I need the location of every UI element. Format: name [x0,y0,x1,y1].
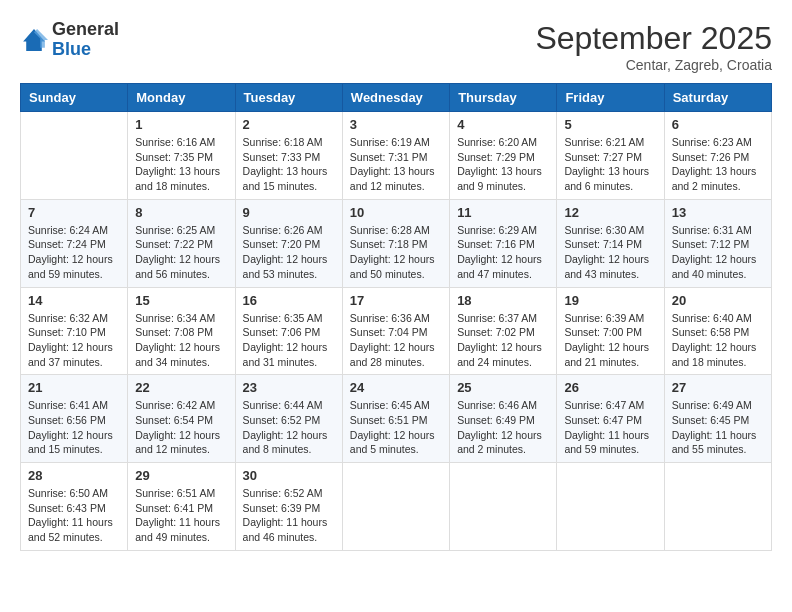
calendar-table: SundayMondayTuesdayWednesdayThursdayFrid… [20,83,772,551]
day-number: 4 [457,117,549,132]
day-number: 6 [672,117,764,132]
day-number: 24 [350,380,442,395]
day-number: 5 [564,117,656,132]
day-number: 23 [243,380,335,395]
calendar-cell: 1Sunrise: 6:16 AMSunset: 7:35 PMDaylight… [128,112,235,200]
calendar-day-header: Friday [557,84,664,112]
day-info: Sunrise: 6:25 AMSunset: 7:22 PMDaylight:… [135,223,227,282]
day-info: Sunrise: 6:49 AMSunset: 6:45 PMDaylight:… [672,398,764,457]
calendar-cell: 7Sunrise: 6:24 AMSunset: 7:24 PMDaylight… [21,199,128,287]
day-number: 16 [243,293,335,308]
calendar-cell: 27Sunrise: 6:49 AMSunset: 6:45 PMDayligh… [664,375,771,463]
day-number: 17 [350,293,442,308]
day-number: 10 [350,205,442,220]
day-number: 2 [243,117,335,132]
calendar-cell: 3Sunrise: 6:19 AMSunset: 7:31 PMDaylight… [342,112,449,200]
calendar-cell: 4Sunrise: 6:20 AMSunset: 7:29 PMDaylight… [450,112,557,200]
day-info: Sunrise: 6:44 AMSunset: 6:52 PMDaylight:… [243,398,335,457]
calendar-cell [664,463,771,551]
calendar-cell: 8Sunrise: 6:25 AMSunset: 7:22 PMDaylight… [128,199,235,287]
calendar-cell [342,463,449,551]
day-number: 28 [28,468,120,483]
day-number: 21 [28,380,120,395]
calendar-week-row: 7Sunrise: 6:24 AMSunset: 7:24 PMDaylight… [21,199,772,287]
calendar-week-row: 14Sunrise: 6:32 AMSunset: 7:10 PMDayligh… [21,287,772,375]
day-number: 9 [243,205,335,220]
day-number: 12 [564,205,656,220]
calendar-cell: 9Sunrise: 6:26 AMSunset: 7:20 PMDaylight… [235,199,342,287]
calendar-cell: 13Sunrise: 6:31 AMSunset: 7:12 PMDayligh… [664,199,771,287]
day-number: 1 [135,117,227,132]
day-number: 19 [564,293,656,308]
calendar-cell: 24Sunrise: 6:45 AMSunset: 6:51 PMDayligh… [342,375,449,463]
calendar-week-row: 28Sunrise: 6:50 AMSunset: 6:43 PMDayligh… [21,463,772,551]
calendar-cell: 22Sunrise: 6:42 AMSunset: 6:54 PMDayligh… [128,375,235,463]
day-number: 14 [28,293,120,308]
day-number: 30 [243,468,335,483]
logo-text: General Blue [52,20,119,60]
day-number: 15 [135,293,227,308]
calendar-cell: 30Sunrise: 6:52 AMSunset: 6:39 PMDayligh… [235,463,342,551]
day-info: Sunrise: 6:30 AMSunset: 7:14 PMDaylight:… [564,223,656,282]
day-number: 25 [457,380,549,395]
calendar-cell: 16Sunrise: 6:35 AMSunset: 7:06 PMDayligh… [235,287,342,375]
day-info: Sunrise: 6:37 AMSunset: 7:02 PMDaylight:… [457,311,549,370]
day-info: Sunrise: 6:40 AMSunset: 6:58 PMDaylight:… [672,311,764,370]
day-info: Sunrise: 6:29 AMSunset: 7:16 PMDaylight:… [457,223,549,282]
calendar-cell: 11Sunrise: 6:29 AMSunset: 7:16 PMDayligh… [450,199,557,287]
calendar-cell [557,463,664,551]
day-number: 7 [28,205,120,220]
day-info: Sunrise: 6:21 AMSunset: 7:27 PMDaylight:… [564,135,656,194]
calendar-day-header: Saturday [664,84,771,112]
calendar-cell [21,112,128,200]
calendar-cell: 18Sunrise: 6:37 AMSunset: 7:02 PMDayligh… [450,287,557,375]
day-info: Sunrise: 6:39 AMSunset: 7:00 PMDaylight:… [564,311,656,370]
day-info: Sunrise: 6:51 AMSunset: 6:41 PMDaylight:… [135,486,227,545]
calendar-day-header: Sunday [21,84,128,112]
calendar-week-row: 21Sunrise: 6:41 AMSunset: 6:56 PMDayligh… [21,375,772,463]
calendar-week-row: 1Sunrise: 6:16 AMSunset: 7:35 PMDaylight… [21,112,772,200]
calendar-cell: 21Sunrise: 6:41 AMSunset: 6:56 PMDayligh… [21,375,128,463]
day-info: Sunrise: 6:31 AMSunset: 7:12 PMDaylight:… [672,223,764,282]
calendar-cell: 14Sunrise: 6:32 AMSunset: 7:10 PMDayligh… [21,287,128,375]
day-info: Sunrise: 6:24 AMSunset: 7:24 PMDaylight:… [28,223,120,282]
day-info: Sunrise: 6:18 AMSunset: 7:33 PMDaylight:… [243,135,335,194]
day-info: Sunrise: 6:20 AMSunset: 7:29 PMDaylight:… [457,135,549,194]
calendar-cell: 29Sunrise: 6:51 AMSunset: 6:41 PMDayligh… [128,463,235,551]
day-info: Sunrise: 6:28 AMSunset: 7:18 PMDaylight:… [350,223,442,282]
calendar-cell: 6Sunrise: 6:23 AMSunset: 7:26 PMDaylight… [664,112,771,200]
day-info: Sunrise: 6:36 AMSunset: 7:04 PMDaylight:… [350,311,442,370]
day-number: 8 [135,205,227,220]
calendar-day-header: Wednesday [342,84,449,112]
day-number: 18 [457,293,549,308]
day-info: Sunrise: 6:52 AMSunset: 6:39 PMDaylight:… [243,486,335,545]
day-info: Sunrise: 6:32 AMSunset: 7:10 PMDaylight:… [28,311,120,370]
location: Centar, Zagreb, Croatia [535,57,772,73]
calendar-cell: 28Sunrise: 6:50 AMSunset: 6:43 PMDayligh… [21,463,128,551]
calendar-cell: 17Sunrise: 6:36 AMSunset: 7:04 PMDayligh… [342,287,449,375]
calendar-cell: 23Sunrise: 6:44 AMSunset: 6:52 PMDayligh… [235,375,342,463]
day-number: 13 [672,205,764,220]
calendar-day-header: Thursday [450,84,557,112]
calendar-day-header: Tuesday [235,84,342,112]
day-info: Sunrise: 6:46 AMSunset: 6:49 PMDaylight:… [457,398,549,457]
day-info: Sunrise: 6:16 AMSunset: 7:35 PMDaylight:… [135,135,227,194]
day-number: 11 [457,205,549,220]
day-info: Sunrise: 6:42 AMSunset: 6:54 PMDaylight:… [135,398,227,457]
calendar-cell: 5Sunrise: 6:21 AMSunset: 7:27 PMDaylight… [557,112,664,200]
day-number: 22 [135,380,227,395]
calendar-header-row: SundayMondayTuesdayWednesdayThursdayFrid… [21,84,772,112]
day-number: 27 [672,380,764,395]
day-number: 3 [350,117,442,132]
day-info: Sunrise: 6:47 AMSunset: 6:47 PMDaylight:… [564,398,656,457]
logo-icon [20,26,48,54]
calendar-cell: 26Sunrise: 6:47 AMSunset: 6:47 PMDayligh… [557,375,664,463]
logo: General Blue [20,20,119,60]
day-info: Sunrise: 6:45 AMSunset: 6:51 PMDaylight:… [350,398,442,457]
calendar-cell: 2Sunrise: 6:18 AMSunset: 7:33 PMDaylight… [235,112,342,200]
calendar-cell: 19Sunrise: 6:39 AMSunset: 7:00 PMDayligh… [557,287,664,375]
title-area: September 2025 Centar, Zagreb, Croatia [535,20,772,73]
day-info: Sunrise: 6:26 AMSunset: 7:20 PMDaylight:… [243,223,335,282]
day-number: 26 [564,380,656,395]
calendar-cell: 15Sunrise: 6:34 AMSunset: 7:08 PMDayligh… [128,287,235,375]
